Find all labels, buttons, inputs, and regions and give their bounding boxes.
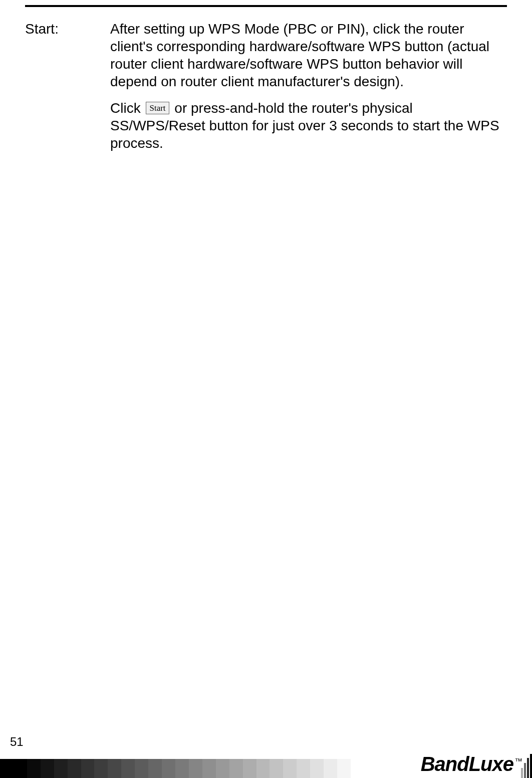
gradient-segment bbox=[256, 759, 270, 778]
gradient-segment bbox=[135, 759, 148, 778]
gradient-segment bbox=[41, 759, 54, 778]
gradient-segment bbox=[121, 759, 135, 778]
para2-before: Click bbox=[110, 100, 144, 116]
start-button-icon[interactable]: Start bbox=[146, 102, 169, 114]
footer: BandLuxe™ bbox=[0, 754, 532, 778]
gradient-segment bbox=[94, 759, 108, 778]
gradient-segment bbox=[229, 759, 243, 778]
definition-label: Start: bbox=[25, 20, 110, 152]
gradient-segment bbox=[148, 759, 162, 778]
gradient-segment bbox=[189, 759, 202, 778]
gradient-segment bbox=[310, 759, 324, 778]
gradient-segment bbox=[0, 759, 14, 778]
gradient-segment bbox=[27, 759, 41, 778]
gradient-segment bbox=[337, 759, 351, 778]
gradient-segment bbox=[283, 759, 297, 778]
brand-name: BandLuxe bbox=[421, 753, 513, 775]
gradient-segment bbox=[54, 759, 68, 778]
gradient-segment bbox=[175, 759, 189, 778]
top-rule bbox=[25, 5, 507, 7]
brand-logo: BandLuxe™ bbox=[421, 753, 522, 775]
gradient-segment bbox=[216, 759, 229, 778]
page-number: 51 bbox=[10, 735, 24, 749]
definition-body: After setting up WPS Mode (PBC or PIN), … bbox=[110, 20, 507, 152]
gradient-segment bbox=[202, 759, 216, 778]
gradient-segment bbox=[270, 759, 283, 778]
paragraph-1: After setting up WPS Mode (PBC or PIN), … bbox=[110, 20, 507, 90]
gradient-segment bbox=[108, 759, 121, 778]
gradient-segment bbox=[162, 759, 175, 778]
gradient-segment bbox=[243, 759, 256, 778]
gradient-segment bbox=[81, 759, 95, 778]
gradient-segment bbox=[324, 759, 337, 778]
paragraph-2: Click Start or press-and-hold the router… bbox=[110, 99, 507, 152]
gradient-segment bbox=[68, 759, 81, 778]
gradient-segment bbox=[297, 759, 310, 778]
signal-bars-icon bbox=[521, 754, 532, 778]
content-row: Start: After setting up WPS Mode (PBC or… bbox=[25, 20, 507, 152]
gradient-segment bbox=[14, 759, 27, 778]
gradient-bar bbox=[0, 759, 351, 778]
